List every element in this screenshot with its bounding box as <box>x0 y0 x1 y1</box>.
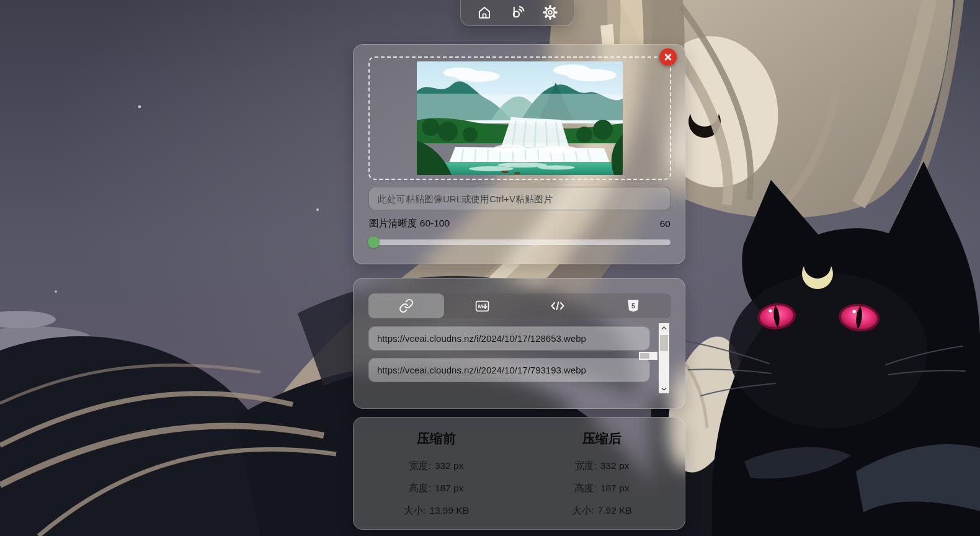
markdown-icon: M <box>474 298 490 314</box>
tab-markdown[interactable]: M <box>444 293 520 318</box>
before-title: 压缩前 <box>354 430 519 447</box>
blog-icon <box>509 4 525 20</box>
compression-results-panel: 压缩前 宽度:332 px 高度:187 px 大小:13.99 KB 压缩后 … <box>353 417 685 530</box>
height-label: 高度: <box>409 483 431 493</box>
height-label: 高度: <box>575 483 597 493</box>
before-column: 压缩前 宽度:332 px 高度:187 px 大小:13.99 KB <box>354 427 519 529</box>
size-value: 7.92 KB <box>598 505 632 516</box>
scroll-up-button[interactable] <box>659 323 669 333</box>
image-preview <box>417 61 623 175</box>
horizontal-scrollbar[interactable] <box>639 352 657 360</box>
quality-row: 图片清晰度 60-100 60 <box>369 217 670 230</box>
vertical-scrollbar-thumb[interactable] <box>660 335 668 351</box>
result-link-field[interactable]: https://vceai.cloudns.nz/i/2024/10/17/12… <box>368 326 650 351</box>
after-title: 压缩后 <box>519 430 685 447</box>
settings-button[interactable] <box>541 3 559 22</box>
paste-url-input[interactable] <box>368 187 671 210</box>
after-width-row: 宽度:332 px <box>519 460 685 473</box>
close-button[interactable] <box>659 48 677 66</box>
html5-icon: 5 <box>626 298 641 313</box>
chevron-down-icon <box>661 386 667 391</box>
tab-html[interactable]: 5 <box>595 293 671 318</box>
before-size-row: 大小:13.99 KB <box>354 504 519 517</box>
slider-track[interactable] <box>369 239 670 245</box>
height-value: 187 px <box>600 483 630 493</box>
horizontal-scrollbar-thumb[interactable] <box>640 353 649 359</box>
output-panel: M 5 <box>353 278 685 409</box>
result-link-field[interactable]: https://vceai.cloudns.nz/i/2024/10/17/79… <box>368 358 650 382</box>
blog-button[interactable] <box>508 3 527 22</box>
upload-panel: 图片清晰度 60-100 60 <box>353 44 685 264</box>
width-label: 宽度: <box>409 460 431 471</box>
close-icon <box>661 50 675 65</box>
quality-slider[interactable] <box>369 236 670 248</box>
before-height-row: 高度:187 px <box>354 482 519 495</box>
width-value: 332 px <box>600 460 630 471</box>
width-label: 宽度: <box>575 460 597 471</box>
app-screen: 图片清晰度 60-100 60 M <box>0 0 980 536</box>
vertical-scrollbar[interactable] <box>659 323 669 393</box>
slider-thumb[interactable] <box>368 236 380 248</box>
before-width-row: 宽度:332 px <box>354 460 519 473</box>
link-icon <box>399 298 414 313</box>
scroll-down-button[interactable] <box>659 384 669 393</box>
size-value: 13.99 KB <box>429 505 469 516</box>
svg-text:5: 5 <box>631 302 635 310</box>
code-icon <box>550 298 566 313</box>
output-format-tabs: M 5 <box>368 293 671 318</box>
quality-value: 60 <box>660 218 670 230</box>
after-size-row: 大小:7.92 KB <box>519 504 685 517</box>
quality-label: 图片清晰度 60-100 <box>369 217 450 230</box>
size-label: 大小: <box>572 505 594 516</box>
svg-text:M: M <box>478 303 483 310</box>
image-dropzone[interactable] <box>368 56 671 180</box>
home-icon <box>476 4 492 20</box>
tab-code[interactable] <box>520 293 595 318</box>
chevron-up-icon <box>661 326 667 331</box>
after-height-row: 高度:187 px <box>519 482 685 495</box>
width-value: 332 px <box>435 460 464 471</box>
height-value: 187 px <box>435 483 464 493</box>
top-navbar <box>460 0 574 26</box>
after-column: 压缩后 宽度:332 px 高度:187 px 大小:7.92 KB <box>519 427 685 529</box>
tab-link-url[interactable] <box>368 293 444 318</box>
size-label: 大小: <box>404 505 425 516</box>
gear-icon <box>542 4 558 20</box>
home-button[interactable] <box>475 3 494 22</box>
